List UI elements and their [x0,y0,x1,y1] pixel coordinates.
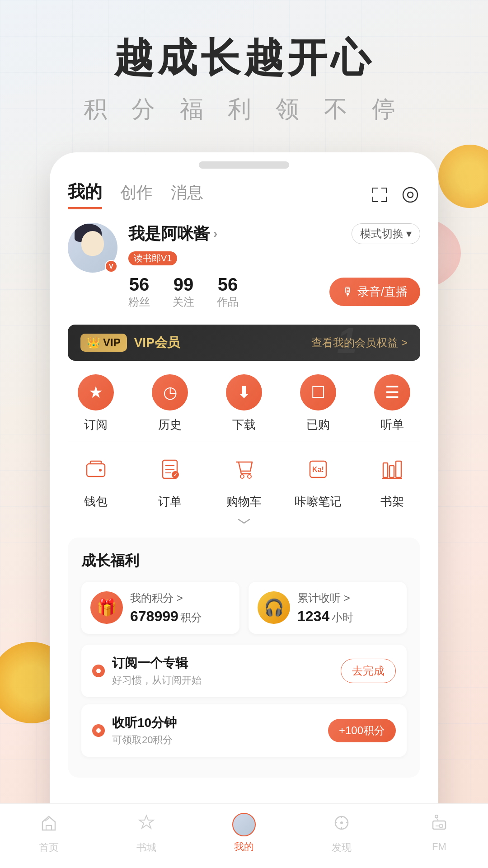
avatar-verified-badge: V [105,260,117,273]
icon-download[interactable]: ⬇ 下载 [217,374,271,433]
icon-notes[interactable]: Ka! 咔嚓笔记 [291,451,345,509]
nav-mine[interactable]: 我的 [195,813,293,854]
followers-label: 粉丝 [128,296,150,308]
vip-icon: 👑 [87,336,100,349]
nav-discover[interactable]: 发现 [293,813,390,854]
reader-badge: 读书郎V1 [128,251,177,265]
wallet-label: 钱包 [84,494,108,509]
nav-bookstore[interactable]: 书城 [98,813,195,854]
icon-purchased[interactable]: ☐ 已购 [291,374,345,433]
subscribe-icon-circle: ★ [78,374,114,410]
profile-name[interactable]: 我是阿咪酱 › [128,223,217,245]
points-label-text: 我的积分 > [130,591,183,605]
expand-button[interactable] [50,514,438,533]
icon-bookshelf[interactable]: 书架 [365,451,419,509]
svg-rect-24 [396,461,401,477]
points-unit: 积分 [180,611,202,623]
vip-badge: 👑 VIP [80,334,127,352]
profile-info: 我是阿咪酱 › 模式切换 ▾ 读书郎V1 56 粉丝 99 [128,223,420,309]
task-2-desc: 可领取20积分 [112,733,328,747]
icon-cart[interactable]: 购物车 [217,451,271,509]
growth-title: 成长福利 [81,551,407,571]
hero-section: 越成长越开心 积 分 福 利 领 不 停 [0,0,488,143]
works-count: 56 [217,274,239,295]
nav-home-label: 首页 [39,841,59,854]
record-live-button[interactable]: 🎙 录音/直播 [329,278,420,306]
vip-benefits-link[interactable]: 查看我的会员权益 > [311,335,408,350]
nav-mine-label: 我的 [234,840,254,854]
listening-num: 1234 [297,608,329,624]
points-value: 678999 积分 [130,608,230,625]
growth-cards: 🎁 我的积分 > 678999 积分 🎧 [81,582,407,634]
task-1-indicator [92,665,105,677]
nav-mine-avatar [232,813,256,836]
nav-fm[interactable]: FM [390,813,488,854]
works-label: 作品 [217,296,239,308]
svg-rect-10 [87,464,105,476]
svg-point-11 [99,469,102,472]
nav-discover-label: 发现 [332,841,352,854]
tab-mine[interactable]: 我的 [68,180,102,209]
mode-switch-button[interactable]: 模式切换 ▾ [352,223,420,244]
bookstore-icon [136,813,156,837]
task-1-desc: 好习惯，从订阅开始 [112,674,341,687]
task-2-info: 收听10分钟 可领取20积分 [112,714,328,747]
svg-text:✓: ✓ [174,472,177,477]
icon-subscribe[interactable]: ★ 订阅 [69,374,123,433]
icon-wallet[interactable]: 钱包 [69,451,123,509]
svg-point-36 [435,815,438,818]
purchased-label: 已购 [306,417,330,433]
home-icon [39,813,59,837]
avatar-head [81,231,104,256]
svg-rect-22 [383,463,388,477]
subscribe-label: 订阅 [84,417,108,433]
tab-create[interactable]: 创作 [120,182,153,208]
points-icon: 🎁 [90,591,123,624]
history-label: 历史 [158,417,182,433]
vip-bar[interactable]: 👑 VIP VIP会员 1 查看我的会员权益 > [68,325,420,361]
phone-mockup: 我的 创作 消息 [50,152,438,850]
icon-history[interactable]: ◷ 历史 [143,374,197,433]
vip-label: VIP会员 [134,334,180,351]
quick-icon-grid: ★ 订阅 ◷ 历史 ⬇ 下载 ☐ 已购 ☰ 听单 [50,361,438,437]
phone-wrapper: 我的 创作 消息 [0,143,488,850]
mic-icon: 🎙 [342,285,354,299]
profile-name-text: 我是阿咪酱 [128,223,210,245]
avatar-wrap: V [68,223,117,273]
task-1-button[interactable]: 去完成 [341,659,396,683]
vip-deco: 1 [337,325,357,361]
nav-tabs: 我的 创作 消息 [50,173,438,214]
stat-works[interactable]: 56 作品 [217,274,239,309]
profile-name-row: 我是阿咪酱 › 模式切换 ▾ [128,223,420,245]
following-label: 关注 [173,296,194,308]
profile-section: V 我是阿咪酱 › 模式切换 ▾ 读书郎V1 56 [50,214,438,320]
purchased-icon-circle: ☐ [300,374,336,410]
icon-orders[interactable]: ✓ 订单 [143,451,197,509]
record-btn-label: 录音/直播 [357,284,408,300]
nav-home[interactable]: 首页 [0,813,98,854]
task-listen: 收听10分钟 可领取20积分 +100积分 [81,704,407,757]
nav-bookstore-label: 书城 [136,841,156,854]
svg-point-19 [248,475,251,478]
task-1-info: 订阅一个专辑 好习惯，从订阅开始 [112,655,341,687]
listening-card[interactable]: 🎧 累计收听 > 1234 小时 [249,582,407,634]
svg-rect-23 [389,466,394,477]
points-card[interactable]: 🎁 我的积分 > 678999 积分 [81,582,239,634]
svg-rect-7 [386,197,387,202]
svg-marker-28 [139,816,154,828]
bookshelf-label: 书架 [380,494,404,509]
hero-subtitle: 积 分 福 利 领 不 停 [18,94,470,125]
stat-followers[interactable]: 56 粉丝 [128,274,150,309]
stat-following[interactable]: 99 关注 [173,274,194,309]
cart-icon [226,451,262,487]
scan-icon[interactable] [370,185,389,205]
icon-playlist[interactable]: ☰ 听单 [365,374,419,433]
points-card-label: 我的积分 > [130,591,230,605]
tab-message[interactable]: 消息 [171,182,203,208]
task-2-button[interactable]: +100积分 [328,719,396,742]
hero-title: 越成长越开心 [18,36,470,80]
settings-icon[interactable] [400,185,420,205]
bookshelf-icon [374,451,410,487]
listening-info: 累计收听 > 1234 小时 [297,591,398,625]
listening-unit: 小时 [332,611,353,623]
